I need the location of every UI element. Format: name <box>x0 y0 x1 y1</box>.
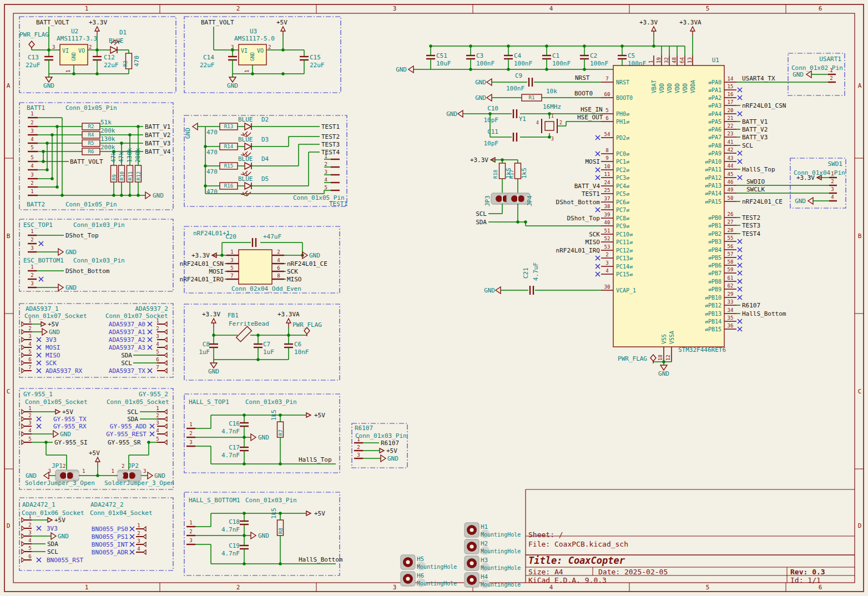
frame-row-label: A <box>858 82 862 89</box>
gnd-label: GND <box>793 71 804 78</box>
component-ref: R6 <box>88 149 94 154</box>
net-label: BATT_V4 <box>145 148 171 155</box>
gnd-symbol <box>51 533 56 539</box>
pin-number: 3 <box>52 44 55 50</box>
hall-bottom-section[interactable]: HALL_S_BOTTOM1Conn_01x03_Pin+5VC184.7nFG… <box>184 492 343 575</box>
socket-pin <box>22 440 24 445</box>
component-value: 4.7uF <box>532 262 539 281</box>
component-ref: R13 <box>224 124 233 129</box>
component-value: 100nF <box>590 60 608 67</box>
usart1-connector[interactable]: USART1Conn_01x02_Pin1GND2 <box>788 53 845 95</box>
gnd-label: GND <box>65 284 77 291</box>
esc-connector-section[interactable]: ESC_TOP1Conn_01x03_Pin1DShot_Top23GNDESC… <box>19 219 173 291</box>
net-label: GY-955_REST <box>106 431 147 438</box>
pin-number: 1 <box>112 468 114 474</box>
schematic-canvas[interactable]: 112233445566AABBCCDDBATT_VOLTPWR_FLAGU2A… <box>0 0 868 596</box>
socket-pin <box>164 410 167 414</box>
pin-number: 62 <box>728 283 734 289</box>
analog-supply-section[interactable]: +3.3VFB1FerriteBead+3.3VAPWR_FLAGC81uFC7… <box>184 304 340 380</box>
net-label: SDA <box>47 541 58 548</box>
pin-number: 4 <box>28 341 31 347</box>
power-label: +3.3V <box>796 174 815 181</box>
net-label: GY-955_SI <box>54 439 88 446</box>
ada5937-section[interactable]: ADA5937_1ADA5937_2Conn_01x07_SocketConn_… <box>19 304 173 377</box>
pin-number: 59 <box>728 267 734 272</box>
component-ref: BATT2 <box>27 201 45 208</box>
pin-number: 61 <box>728 275 734 281</box>
jumper-pad[interactable] <box>67 472 73 479</box>
pin-number: 6 <box>156 357 159 362</box>
mounting-holes[interactable]: H1MountingHoleH2MountingHoleH3MountingHo… <box>401 523 521 588</box>
gnd-symbol <box>42 329 47 335</box>
socket-pin <box>164 345 167 350</box>
component-ref: R12 <box>136 171 142 180</box>
led <box>244 171 248 175</box>
component-ref: R5 <box>88 140 94 146</box>
frame-column-label: 3 <box>393 584 397 591</box>
hall-top-section[interactable]: HALL_S_TOP1Conn_01x03_Pin+5VC164.7nFGNDC… <box>184 394 340 473</box>
pin-number: 27 <box>728 219 734 225</box>
jumper-pad[interactable] <box>511 195 518 202</box>
junction <box>251 72 254 75</box>
component-value: 51k <box>100 119 112 126</box>
net-label: TEST1 <box>321 123 340 130</box>
net-label: BATT_V2 <box>145 132 170 139</box>
junction <box>429 44 432 47</box>
component-ref: U1 <box>712 57 719 64</box>
regulator-5v-section[interactable]: BATT_VOLTU3AMS1117-5.03VIVO2GND1+5VC1422… <box>184 17 341 93</box>
socket-pin <box>22 534 24 538</box>
pin-number: 9 <box>605 155 608 161</box>
pin-number: 5 <box>156 349 159 355</box>
jumper-pad[interactable] <box>60 472 67 479</box>
pin-number: 2 <box>122 463 124 469</box>
net-label: TEST2 <box>742 214 760 221</box>
nrf24l01-section[interactable]: nRF24L01+1C20+47uF1+3.3V3nRF24L01_CSN5MO… <box>180 226 340 293</box>
pin-number: 1 <box>31 111 33 117</box>
battery-connector-section[interactable]: BATT1Conn_01x05_PinBATT2Conn_01x05_Pin12… <box>19 103 173 210</box>
junction <box>281 48 284 51</box>
net-label: SDA <box>121 352 132 359</box>
ada2472-section[interactable]: ADA2472_1ADA2472_2Conn_01x06_SocketConn_… <box>19 498 173 570</box>
regulator-3v3-section[interactable]: BATT_VOLTPWR_FLAGU2AMS1117-3.33VIVO2GND1… <box>19 17 176 93</box>
pin-number: 4 <box>605 268 608 274</box>
net-label: R6107 <box>381 440 399 447</box>
pin-number: 2 <box>31 237 33 243</box>
jumper-pad[interactable] <box>518 195 524 202</box>
gnd-symbol <box>408 66 413 73</box>
frame-column-label: 4 <box>549 584 553 591</box>
component-type: Conn_01x03_Pin <box>73 221 125 229</box>
component-ref: C20 <box>225 233 236 240</box>
pin-name: ⇄PB7 <box>708 270 721 276</box>
r6107-connector-section[interactable]: R6107Conn_01x03_Pin1R61072+5V3GND <box>352 423 407 468</box>
title-block-date: Date: 2025-02-05 <box>598 568 668 576</box>
net-label: nRF24L01_CSN <box>180 260 224 267</box>
component-value: STM32F446RET6 <box>678 346 726 353</box>
junction <box>95 72 98 75</box>
gy955-section[interactable]: GY-955_1GY-955_2Conn_01x05_SocketConn_01… <box>19 388 174 489</box>
pin-number: 12 <box>665 355 671 361</box>
pin-number: 52 <box>604 236 610 241</box>
frame-row-label: B <box>858 233 862 240</box>
net-label: 3V3 <box>47 525 58 532</box>
net-label: HSE_IN <box>581 106 603 113</box>
component-ref: JP1 <box>52 462 63 469</box>
component-ref: C13 <box>28 54 39 61</box>
swd1-connector[interactable]: SWD1Conn_01x04_Pin1+3.3V234GND <box>790 158 846 208</box>
component-value: 10k <box>546 88 557 95</box>
pin-number: 5 <box>31 145 33 150</box>
led <box>245 163 251 169</box>
pin-number: 2 <box>268 44 271 50</box>
gnd-label: GND <box>184 128 191 139</box>
net-label: DShot_Bottom <box>65 267 110 275</box>
jumper-pad[interactable] <box>129 472 135 479</box>
pin-number: 5 <box>28 436 31 442</box>
gnd-symbol <box>381 455 386 462</box>
test-led-section[interactable]: GNDR13470BLUED2TEST1R14470BLUED3TEST2R15… <box>184 115 347 208</box>
component-type: Conn_01x05_Pin <box>65 201 117 208</box>
jumper-pad[interactable] <box>496 195 502 202</box>
pin-number: 4 <box>28 538 31 543</box>
pin-number: 2 <box>559 120 562 125</box>
component-value: 10pF <box>484 117 499 124</box>
mcu-u1[interactable]: U11VBAT19VDD32VDD48VDD64VDD13VDDA7NRST60… <box>556 55 829 377</box>
pin-number: 39 <box>604 212 610 218</box>
